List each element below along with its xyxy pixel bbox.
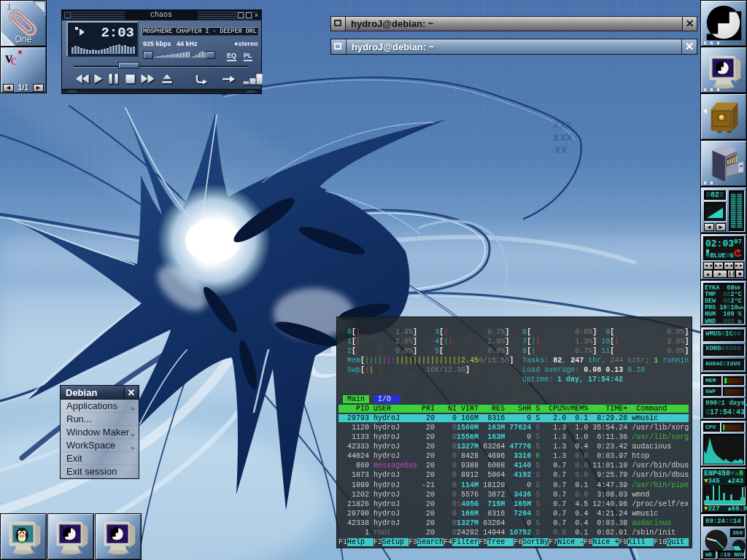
svg-text:xxx: xxx <box>553 118 573 131</box>
svg-text:xx: xx <box>554 143 568 155</box>
svg-text:xxx: xxx <box>553 131 573 143</box>
